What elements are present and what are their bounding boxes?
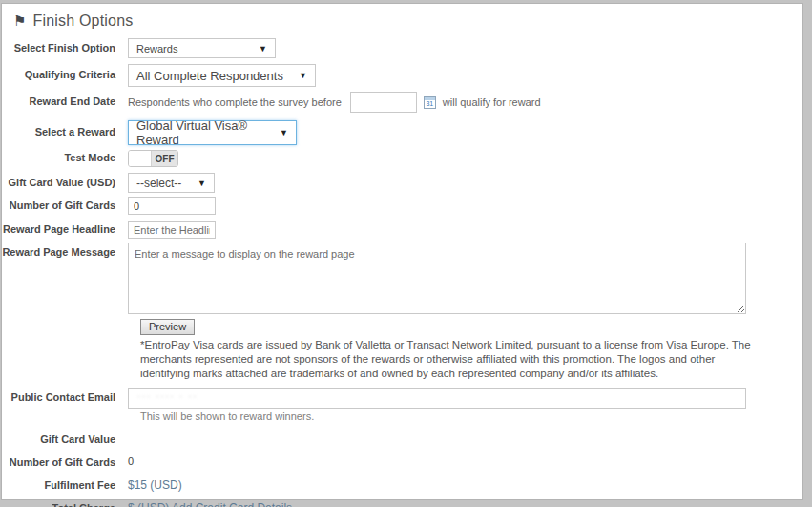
summary-total-charge-value: $ (USD) xyxy=(128,501,169,507)
summary-fulfilment-fee-label: Fulfilment Fee xyxy=(2,477,128,492)
qualifying-criteria-dropdown[interactable]: All Complete Respondents ▼ xyxy=(128,64,316,87)
charge-summary: Gift Card Value Number of Gift Cards 0 F… xyxy=(2,432,802,507)
finish-options-panel: ⚑ Finish Options Select Finish Option Re… xyxy=(1,3,803,500)
summary-fulfilment-fee-value: $15 (USD) xyxy=(128,477,182,492)
chevron-down-icon: ▼ xyxy=(259,44,267,53)
test-mode-toggle[interactable]: OFF xyxy=(128,150,178,167)
toggle-knob xyxy=(129,151,152,166)
add-credit-card-details-link[interactable]: Add Credit Card Details xyxy=(172,501,292,507)
number-of-gift-cards-input[interactable] xyxy=(128,197,216,215)
reward-end-date-suffix: will qualify for reward xyxy=(443,96,541,108)
public-contact-email-helper: This will be shown to reward winners. xyxy=(140,411,802,422)
finish-flag-icon: ⚑ xyxy=(13,13,26,28)
panel-header: ⚑ Finish Options xyxy=(2,4,802,38)
summary-total-charge: Total Charge $ (USD) Add Credit Card Det… xyxy=(2,500,802,507)
select-finish-option-label: Select Finish Option xyxy=(2,42,128,54)
toggle-state-label: OFF xyxy=(152,151,177,166)
select-a-reward-label: Select a Reward xyxy=(2,126,128,138)
select-finish-option-value: Rewards xyxy=(136,43,177,54)
gift-card-value-dropdown[interactable]: --select-- ▼ xyxy=(128,173,215,193)
qualifying-criteria-label: Qualifying Criteria xyxy=(2,69,128,81)
reward-page-headline-label: Reward Page Headline xyxy=(2,223,128,236)
qualifying-criteria-value: All Complete Respondents xyxy=(136,69,283,83)
reward-end-date-input[interactable] xyxy=(350,92,417,113)
reward-disclaimer-text: *EntroPay Visa cards are issued by Bank … xyxy=(140,338,757,382)
summary-gift-card-value-label: Gift Card Value xyxy=(2,432,128,446)
row-select-finish-option: Select Finish Option Rewards ▼ xyxy=(2,38,802,58)
page-title: Finish Options xyxy=(32,12,133,30)
row-public-contact-email: Public Contact Email ··· ···· · ·· xyxy=(2,388,802,409)
row-test-mode: Test Mode OFF xyxy=(2,150,802,167)
summary-number-of-gift-cards-label: Number of Gift Cards xyxy=(2,454,128,469)
summary-number-of-gift-cards-value: 0 xyxy=(128,454,134,467)
reward-end-date-prefix: Respondents who complete the survey befo… xyxy=(128,96,342,108)
reward-page-headline-input[interactable] xyxy=(128,221,216,239)
number-of-gift-cards-label: Number of Gift Cards xyxy=(2,200,128,212)
row-qualifying-criteria: Qualifying Criteria All Complete Respond… xyxy=(2,64,802,87)
row-gift-card-value: Gift Card Value (USD) --select-- ▼ xyxy=(2,173,802,193)
row-select-a-reward: Select a Reward Global Virtual Visa® Rew… xyxy=(2,120,802,145)
chevron-down-icon: ▼ xyxy=(299,71,307,80)
row-reward-page-message: Reward Page Message xyxy=(2,243,802,314)
chevron-down-icon: ▼ xyxy=(198,179,206,188)
select-a-reward-dropdown[interactable]: Global Virtual Visa® Reward ▼ xyxy=(128,120,297,145)
summary-total-charge-label: Total Charge xyxy=(2,500,128,507)
calendar-icon[interactable]: 31 xyxy=(424,96,436,109)
reward-page-message-label: Reward Page Message xyxy=(2,243,128,259)
row-number-of-gift-cards: Number of Gift Cards xyxy=(2,197,802,215)
row-reward-end-date: Reward End Date Respondents who complete… xyxy=(2,92,802,113)
reward-page-message-textarea[interactable] xyxy=(128,243,746,314)
gift-card-value-value: --select-- xyxy=(136,177,181,190)
select-a-reward-value: Global Virtual Visa® Reward xyxy=(136,118,272,147)
public-contact-email-label: Public Contact Email xyxy=(2,388,128,404)
select-finish-option-dropdown[interactable]: Rewards ▼ xyxy=(128,38,276,58)
gift-card-value-label: Gift Card Value (USD) xyxy=(2,177,128,189)
chevron-down-icon: ▼ xyxy=(280,128,288,137)
test-mode-label: Test Mode xyxy=(2,152,128,164)
public-contact-email-input[interactable] xyxy=(128,388,746,409)
row-reward-page-headline: Reward Page Headline xyxy=(2,221,802,239)
reward-end-date-label: Reward End Date xyxy=(2,95,128,108)
summary-fulfilment-fee: Fulfilment Fee $15 (USD) xyxy=(2,477,802,492)
summary-gift-card-value: Gift Card Value xyxy=(2,432,802,446)
summary-number-of-gift-cards: Number of Gift Cards 0 xyxy=(2,454,802,469)
preview-button[interactable]: Preview xyxy=(140,319,195,335)
